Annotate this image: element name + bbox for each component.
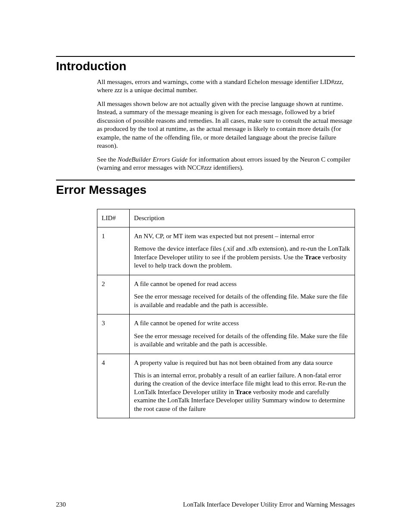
- text: See the: [97, 156, 118, 163]
- table-row: 3 A file cannot be opened for write acce…: [97, 314, 355, 354]
- intro-body: All messages, errors and warnings, come …: [97, 78, 355, 172]
- table-header-row: LID# Description: [97, 209, 355, 227]
- intro-p3: See the NodeBuilder Errors Guide for inf…: [97, 155, 355, 172]
- error-body: Remove the device interface files (.xif …: [134, 244, 350, 269]
- text-italic: zzz: [204, 164, 212, 171]
- error-body: This is an internal error, probably a re…: [134, 371, 350, 413]
- error-title: An NV, CP, or MT item was expected but n…: [134, 232, 350, 240]
- table-row: 4 A property value is required but has n…: [97, 354, 355, 418]
- text-italic: zzz: [334, 78, 342, 85]
- error-body: See the error message received for detai…: [134, 332, 350, 348]
- text: All messages, errors and warnings, come …: [97, 78, 334, 85]
- error-body: See the error message received for detai…: [134, 292, 350, 309]
- text: identifiers).: [212, 164, 243, 171]
- heading-introduction: Introduction: [56, 56, 355, 73]
- cell-lid: 1: [97, 227, 130, 275]
- cell-lid: 4: [97, 354, 130, 418]
- footer-title: LonTalk Interface Developer Utility Erro…: [183, 501, 355, 508]
- text: See the error message received for detai…: [134, 332, 348, 348]
- cell-description: An NV, CP, or MT item was expected but n…: [130, 227, 355, 275]
- error-table: LID# Description 1 An NV, CP, or MT item…: [97, 209, 355, 419]
- col-header-description: Description: [130, 209, 355, 227]
- text-bold: Trace: [236, 388, 252, 395]
- page-footer: 230 LonTalk Interface Developer Utility …: [0, 501, 411, 508]
- page-content: Introduction All messages, errors and wa…: [0, 0, 411, 418]
- text: is a unique decimal number.: [122, 86, 198, 93]
- errors-body: LID# Description 1 An NV, CP, or MT item…: [97, 209, 355, 419]
- col-header-lid: LID#: [97, 209, 130, 227]
- error-title: A property value is required but has not…: [134, 358, 350, 367]
- cell-description: A property value is required but has not…: [130, 354, 355, 418]
- table-row: 2 A file cannot be opened for read acces…: [97, 275, 355, 314]
- cell-lid: 3: [97, 314, 130, 354]
- text: See the error message received for detai…: [134, 292, 348, 308]
- intro-p1: All messages, errors and warnings, come …: [97, 78, 355, 94]
- error-title: A file cannot be opened for read access: [134, 280, 350, 288]
- page-number: 230: [56, 501, 66, 508]
- text-bold: Trace: [305, 253, 321, 261]
- cell-description: A file cannot be opened for read access …: [130, 275, 355, 314]
- heading-error-messages: Error Messages: [56, 180, 355, 197]
- cell-description: A file cannot be opened for write access…: [130, 314, 355, 354]
- error-title: A file cannot be opened for write access: [134, 319, 350, 327]
- text-italic: zzz: [115, 86, 122, 93]
- intro-p2: All messages shown below are not actuall…: [97, 100, 355, 150]
- table-row: 1 An NV, CP, or MT item was expected but…: [97, 227, 355, 275]
- cell-lid: 2: [97, 275, 130, 314]
- text-italic: NodeBuilder Errors Guide: [118, 156, 187, 163]
